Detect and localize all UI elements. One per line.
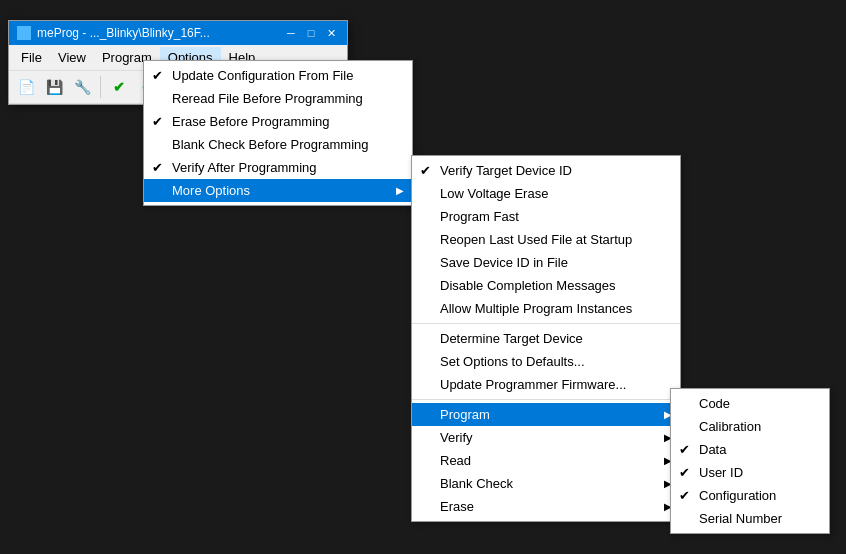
menu-verify-target[interactable]: ✔ Verify Target Device ID [412, 159, 680, 182]
menu-code[interactable]: Code [671, 392, 829, 415]
menu-program-sub[interactable]: Program [412, 403, 680, 426]
menu-user-id[interactable]: ✔ User ID [671, 461, 829, 484]
menu-more-options[interactable]: More Options [144, 179, 412, 202]
menu-reread-file[interactable]: Reread File Before Programming [144, 87, 412, 110]
menu-erase-before[interactable]: ✔ Erase Before Programming [144, 110, 412, 133]
menu-set-defaults[interactable]: Set Options to Defaults... [412, 350, 680, 373]
more-options-dropdown: ✔ Verify Target Device ID Low Voltage Er… [411, 155, 681, 522]
options-dropdown: ✔ Update Configuration From File Reread … [143, 60, 413, 206]
toolbar-save[interactable]: 💾 [41, 74, 67, 100]
menu-calibration[interactable]: Calibration [671, 415, 829, 438]
menu-blank-check[interactable]: Blank Check Before Programming [144, 133, 412, 156]
check-verify-target: ✔ [420, 163, 431, 178]
menu-disable-completion[interactable]: Disable Completion Messages [412, 274, 680, 297]
menu-low-voltage[interactable]: Low Voltage Erase [412, 182, 680, 205]
check-erase-before: ✔ [152, 114, 163, 129]
minimize-button[interactable]: ─ [283, 26, 299, 40]
separator-1 [412, 323, 680, 324]
menu-reopen-last[interactable]: Reopen Last Used File at Startup [412, 228, 680, 251]
menu-allow-multiple[interactable]: Allow Multiple Program Instances [412, 297, 680, 320]
app-icon [17, 26, 31, 40]
menu-file[interactable]: File [13, 47, 50, 68]
toolbar-check1[interactable]: ✔ [106, 74, 132, 100]
menu-verify-after[interactable]: ✔ Verify After Programming [144, 156, 412, 179]
menu-serial-number[interactable]: Serial Number [671, 507, 829, 530]
check-data: ✔ [679, 442, 690, 457]
menu-verify-sub[interactable]: Verify [412, 426, 680, 449]
menu-read-sub[interactable]: Read [412, 449, 680, 472]
window-title: meProg - ..._Blinky\Blinky_16F... [37, 26, 210, 40]
menu-configuration[interactable]: ✔ Configuration [671, 484, 829, 507]
toolbar-settings[interactable]: 🔧 [69, 74, 95, 100]
menu-blank-check-sub[interactable]: Blank Check [412, 472, 680, 495]
toolbar-new[interactable]: 📄 [13, 74, 39, 100]
check-verify-after: ✔ [152, 160, 163, 175]
program-dropdown: Code Calibration ✔ Data ✔ User ID ✔ Conf… [670, 388, 830, 534]
close-button[interactable]: ✕ [323, 26, 339, 40]
title-bar: meProg - ..._Blinky\Blinky_16F... ─ □ ✕ [9, 21, 347, 45]
title-controls: ─ □ ✕ [283, 26, 339, 40]
menu-determine-target[interactable]: Determine Target Device [412, 327, 680, 350]
maximize-button[interactable]: □ [303, 26, 319, 40]
check-update-config: ✔ [152, 68, 163, 83]
check-user-id: ✔ [679, 465, 690, 480]
menu-update-firmware[interactable]: Update Programmer Firmware... [412, 373, 680, 396]
menu-save-device[interactable]: Save Device ID in File [412, 251, 680, 274]
menu-update-config[interactable]: ✔ Update Configuration From File [144, 64, 412, 87]
menu-data[interactable]: ✔ Data [671, 438, 829, 461]
toolbar-separator-1 [100, 76, 101, 98]
menu-erase-sub[interactable]: Erase [412, 495, 680, 518]
separator-2 [412, 399, 680, 400]
menu-program-fast[interactable]: Program Fast [412, 205, 680, 228]
check-configuration: ✔ [679, 488, 690, 503]
menu-view[interactable]: View [50, 47, 94, 68]
